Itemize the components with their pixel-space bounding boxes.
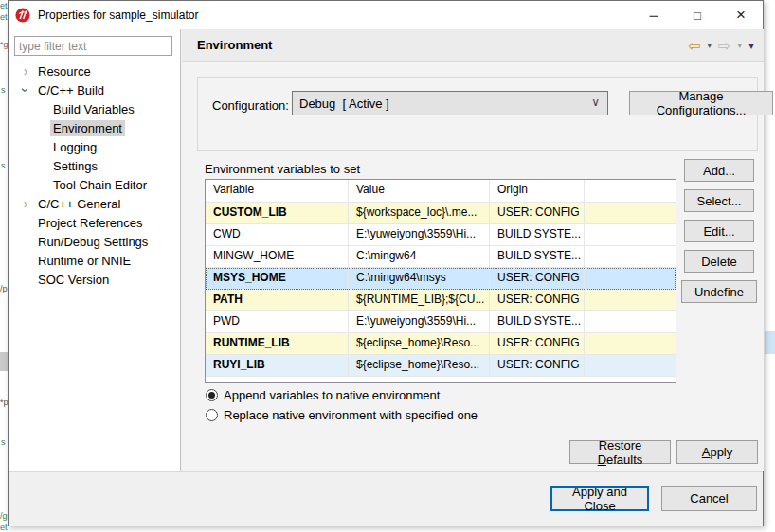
restore-defaults-button[interactable]: Restore Defaults: [569, 440, 671, 464]
tree-item-label: Build Variables: [50, 101, 137, 117]
radio-selected-icon[interactable]: [206, 389, 218, 401]
minimize-button[interactable]: ─: [632, 1, 676, 29]
chevron-down-icon[interactable]: ›: [20, 84, 31, 96]
tree-item-cpp-build[interactable]: › C/C++ Build: [9, 80, 180, 99]
radio-label: Append variables to native environment: [224, 388, 440, 402]
bg-editor-selection: [765, 331, 775, 354]
radio-unselected-icon[interactable]: [206, 409, 218, 421]
add-button[interactable]: Add...: [684, 159, 754, 182]
cell-value: ${RUNTIME_LIB};${CU...: [349, 290, 490, 310]
bg-text-fragment: /p: [0, 284, 8, 293]
tree-item-label: C/C++ Build: [35, 82, 107, 98]
cell-variable: CWD: [206, 224, 349, 245]
close-button[interactable]: ×: [719, 1, 763, 29]
env-variables-label: Environment variables to set: [205, 162, 360, 176]
cell-variable: PWD: [206, 311, 349, 332]
dialog-footer: Apply and Close Cancel: [9, 471, 763, 526]
sidebar: › Resource › C/C++ Build Build Variables…: [9, 29, 181, 471]
table-header-row: Variable Value Origin: [206, 180, 676, 203]
tree-item-environment[interactable]: Environment: [9, 118, 180, 137]
bg-text-fragment: et: [0, 1, 8, 10]
env-variables-table[interactable]: Variable Value Origin CUSTOM_LIB ${works…: [205, 179, 676, 383]
cell-origin: USER: CONFIG: [490, 333, 585, 354]
forward-arrow-icon[interactable]: ⇨: [718, 37, 730, 55]
cell-value: E:\yuweiyong\3559\Hi...: [349, 311, 490, 332]
table-row[interactable]: MINGW_HOME C:\mingw64 BUILD SYSTE...: [206, 246, 676, 268]
table-row-selected[interactable]: MSYS_HOME C:\mingw64\msys USER: CONFIG: [206, 268, 676, 290]
cell-value: C:\mingw64\msys: [349, 268, 490, 289]
back-dropdown-icon[interactable]: ▾: [708, 41, 712, 50]
replace-environment-radio[interactable]: Replace native environment with specifie…: [206, 408, 478, 422]
radio-label: Replace native environment with specifie…: [224, 408, 478, 422]
cell-value: E:\yuweiyong\3559\Hi...: [349, 224, 490, 245]
filter-input[interactable]: [14, 36, 172, 56]
window-title: Properties for sample_simulator: [38, 9, 198, 22]
configuration-select[interactable]: Debug [ Active ] ∨: [292, 91, 608, 115]
tree-item-label: Settings: [50, 158, 100, 174]
bg-text-fragment: et: [0, 523, 8, 532]
cell-filler: [585, 203, 676, 223]
select-button[interactable]: Select...: [684, 189, 754, 212]
table-row[interactable]: CWD E:\yuweiyong\3559\Hi... BUILD SYSTE.…: [206, 224, 676, 246]
tree-item-tool-chain-editor[interactable]: Tool Chain Editor: [9, 175, 180, 194]
properties-dialog: Properties for sample_simulator ─ □ × › …: [8, 0, 764, 526]
view-menu-icon[interactable]: ▾: [748, 39, 754, 52]
tree-item-cpp-general[interactable]: › C/C++ General: [9, 194, 180, 213]
maximize-button[interactable]: □: [676, 1, 719, 29]
forward-dropdown-icon[interactable]: ▾: [737, 41, 742, 50]
tree-item-settings[interactable]: Settings: [9, 156, 180, 175]
tree-item-project-references[interactable]: Project References: [9, 213, 180, 232]
apply-and-close-button[interactable]: Apply and Close: [550, 486, 649, 511]
table-row[interactable]: RUNTIME_LIB ${eclipse_home}\Reso... USER…: [206, 333, 676, 355]
table-row[interactable]: CUSTOM_LIB ${workspace_loc}\.me... USER:…: [206, 203, 676, 224]
cell-filler: [585, 246, 676, 267]
tree-item-soc-version[interactable]: SOC Version: [9, 270, 180, 289]
tree-item-label: SOC Version: [35, 272, 112, 288]
cell-value: ${eclipse_home}\Reso...: [349, 355, 490, 376]
cell-origin: BUILD SYSTE...: [490, 224, 585, 245]
tree-item-runtime-or-nnie[interactable]: Runtime or NNIE: [9, 251, 180, 270]
cell-filler: [585, 311, 676, 332]
manage-configurations-button[interactable]: Manage Configurations...: [629, 91, 773, 115]
column-header-origin[interactable]: Origin: [490, 180, 585, 202]
undefine-button[interactable]: Undefine: [681, 280, 757, 303]
tree-item-label: Runtime or NNIE: [35, 253, 134, 269]
configuration-label: Configuration:: [212, 98, 289, 113]
cell-origin: BUILD SYSTE...: [490, 311, 585, 332]
cancel-button[interactable]: Cancel: [661, 486, 757, 511]
tree-item-label: Tool Chain Editor: [50, 177, 150, 193]
section-header: Environment ⇦ ▾ ⇨ ▾ ▾: [182, 29, 764, 62]
cell-value: ${eclipse_home}\Reso...: [349, 333, 490, 354]
chevron-right-icon[interactable]: ›: [20, 198, 31, 209]
close-icon: ×: [736, 6, 746, 25]
configuration-value: Debug [ Active ]: [299, 97, 389, 111]
chevron-right-icon[interactable]: ›: [20, 65, 31, 77]
cell-filler: [585, 290, 676, 310]
column-header-value[interactable]: Value: [349, 180, 490, 202]
column-header-filler: [585, 180, 676, 202]
append-variables-radio[interactable]: Append variables to native environment: [206, 388, 440, 402]
titlebar[interactable]: Properties for sample_simulator ─ □ ×: [9, 1, 763, 29]
table-row[interactable]: PATH ${RUNTIME_LIB};${CU... USER: CONFIG: [206, 290, 676, 311]
edit-button[interactable]: Edit...: [684, 220, 754, 242]
cell-origin: USER: CONFIG: [490, 268, 585, 289]
delete-button[interactable]: Delete: [684, 250, 754, 273]
bg-editor-selection: [0, 352, 8, 371]
cell-variable: MSYS_HOME: [206, 268, 349, 289]
tree-item-resource[interactable]: › Resource: [9, 62, 180, 80]
apply-button[interactable]: Apply: [676, 440, 758, 464]
restore-defaults-label: Restore Defaults: [576, 438, 664, 467]
tree-item-run-debug-settings[interactable]: Run/Debug Settings: [9, 232, 180, 251]
tree-item-build-variables[interactable]: Build Variables: [9, 99, 180, 118]
column-header-variable[interactable]: Variable: [206, 180, 349, 202]
table-empty-area[interactable]: [206, 377, 676, 382]
tree-item-label: Logging: [50, 139, 99, 155]
tree-item-logging[interactable]: Logging: [9, 137, 180, 156]
table-row[interactable]: PWD E:\yuweiyong\3559\Hi... BUILD SYSTE.…: [206, 311, 676, 333]
back-arrow-icon[interactable]: ⇦: [688, 37, 700, 55]
bg-text-fragment: /g: [0, 511, 8, 521]
table-row[interactable]: RUYI_LIB ${eclipse_home}\Reso... USER: C…: [206, 355, 676, 377]
cell-value: ${workspace_loc}\.me...: [349, 203, 490, 223]
cell-value: C:\mingw64: [349, 246, 490, 267]
apply-label: Apply: [702, 445, 733, 459]
